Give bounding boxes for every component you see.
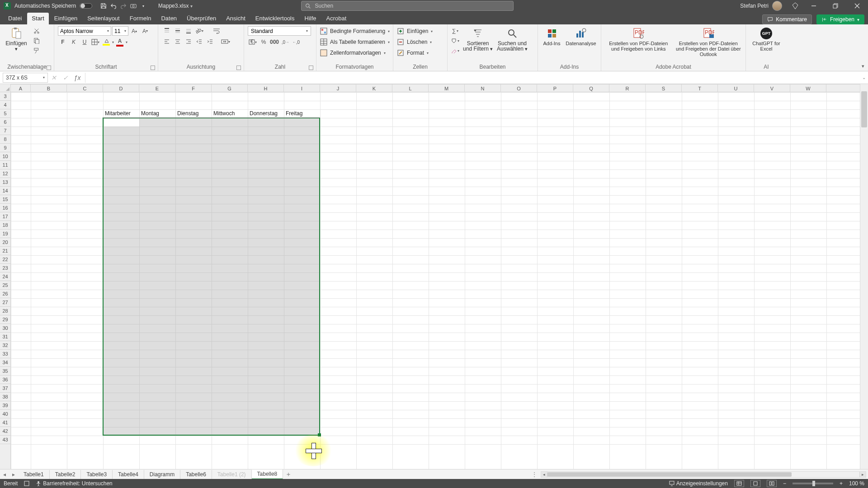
window-restore-button[interactable] xyxy=(825,0,846,12)
tab-nav-next[interactable]: ▸ xyxy=(9,470,18,479)
document-name[interactable]: Mappe3.xlsx ▾ xyxy=(158,3,193,9)
column-header[interactable]: S xyxy=(646,84,682,92)
align-bottom-button[interactable] xyxy=(184,26,193,35)
row-header[interactable]: 13 xyxy=(0,178,10,187)
format-painter-button[interactable] xyxy=(32,46,42,55)
column-header[interactable]: A xyxy=(11,84,31,92)
window-close-button[interactable] xyxy=(846,0,868,12)
formula-input[interactable] xyxy=(85,73,860,83)
menu-tab-formeln[interactable]: Formeln xyxy=(125,13,156,24)
copy-button[interactable] xyxy=(32,36,42,45)
menu-tab-entwicklertools[interactable]: Entwicklertools xyxy=(251,13,299,24)
align-left-button[interactable] xyxy=(162,37,172,46)
sheet-tab[interactable]: Diagramm xyxy=(144,470,180,479)
row-header[interactable]: 20 xyxy=(0,238,10,247)
decrease-font-button[interactable]: A▾ xyxy=(140,27,150,36)
row-header[interactable]: 22 xyxy=(0,255,10,264)
sheet-tab[interactable]: Tabelle2 xyxy=(50,470,81,479)
menu-tab-daten[interactable]: Daten xyxy=(156,13,181,24)
cut-button[interactable] xyxy=(32,26,42,35)
column-header[interactable]: B xyxy=(31,84,67,92)
align-top-button[interactable] xyxy=(162,26,172,35)
decrease-decimal-button[interactable]: ←,0 xyxy=(291,38,301,47)
row-header[interactable]: 24 xyxy=(0,272,10,281)
font-size-combo[interactable]: 11▾ xyxy=(112,26,128,36)
row-header[interactable]: 12 xyxy=(0,169,10,178)
row-header[interactable]: 35 xyxy=(0,367,10,375)
select-all-button[interactable] xyxy=(0,84,11,92)
row-header[interactable]: 8 xyxy=(0,135,10,144)
row-header[interactable]: 27 xyxy=(0,298,10,307)
column-header[interactable]: U xyxy=(718,84,754,92)
wrap-text-button[interactable] xyxy=(212,26,222,35)
column-header[interactable]: I xyxy=(284,84,320,92)
pdf-share-outlook-button[interactable]: PDF Erstellen von PDF-Dateien und Freige… xyxy=(675,26,742,57)
view-page-layout-button[interactable] xyxy=(750,480,760,487)
row-headers[interactable]: 3456789101112131415161718192021222324252… xyxy=(0,92,11,471)
font-name-combo[interactable]: Aptos Narrow▾ xyxy=(58,26,111,36)
hscroll-thumb[interactable] xyxy=(547,472,792,477)
row-header[interactable]: 21 xyxy=(0,247,10,255)
addins-button[interactable]: Add-Ins xyxy=(542,26,562,46)
vertical-scrollbar[interactable] xyxy=(860,84,868,471)
row-header[interactable]: 10 xyxy=(0,152,10,161)
column-header[interactable]: D xyxy=(103,84,139,92)
autosum-button[interactable]: ∑ ▾ xyxy=(451,26,459,35)
row-header[interactable]: 9 xyxy=(0,144,10,152)
diamond-icon[interactable] xyxy=(788,1,803,11)
column-header[interactable]: F xyxy=(175,84,212,92)
row-header[interactable]: 7 xyxy=(0,127,10,135)
status-accessibility[interactable]: Barrierefreiheit: Untersuchen xyxy=(36,480,112,487)
format-as-table-button[interactable]: Als Tabelle formatieren ▾ xyxy=(320,37,390,47)
cell[interactable]: Freitag xyxy=(284,109,319,118)
row-header[interactable]: 5 xyxy=(0,109,10,118)
menu-tab-datei[interactable]: Datei xyxy=(4,13,26,24)
percent-button[interactable]: % xyxy=(259,38,269,47)
row-header[interactable]: 41 xyxy=(0,418,10,427)
view-normal-button[interactable] xyxy=(734,480,744,487)
increase-font-button[interactable]: A▴ xyxy=(129,27,139,36)
align-right-button[interactable] xyxy=(184,37,193,46)
row-header[interactable]: 6 xyxy=(0,118,10,127)
hscroll-left-button[interactable]: ◂ xyxy=(541,472,547,477)
fill-button[interactable]: ▾ xyxy=(451,36,459,45)
row-header[interactable]: 15 xyxy=(0,195,10,204)
chatgpt-button[interactable]: GPT ChatGPT for Excel xyxy=(750,26,783,52)
conditional-formatting-button[interactable]: Bedingte Formatierung ▾ xyxy=(320,26,390,36)
column-header[interactable]: J xyxy=(320,84,356,92)
fill-color-more[interactable]: ▾ xyxy=(112,40,114,44)
borders-button[interactable]: ▾ xyxy=(90,38,100,47)
enter-formula-button[interactable]: ✓ xyxy=(60,73,71,83)
menu-tab-start[interactable]: Start xyxy=(27,13,48,24)
column-header[interactable]: W xyxy=(790,84,826,92)
row-header[interactable]: 28 xyxy=(0,307,10,315)
underline-button[interactable]: U xyxy=(80,38,90,47)
row-header[interactable]: 3 xyxy=(0,92,10,101)
merge-center-button[interactable]: ▾ xyxy=(221,37,231,46)
row-header[interactable]: 26 xyxy=(0,290,10,298)
camera-button[interactable] xyxy=(128,1,138,11)
column-header[interactable]: G xyxy=(212,84,248,92)
delete-cells-button[interactable]: Löschen ▾ xyxy=(397,37,432,47)
sheet-tab[interactable]: Tabelle4 xyxy=(113,470,144,479)
number-format-combo[interactable]: Standard▾ xyxy=(248,26,311,36)
row-header[interactable]: 4 xyxy=(0,101,10,109)
paste-button[interactable]: Einfügen▾ xyxy=(4,26,29,52)
column-header[interactable]: V xyxy=(754,84,790,92)
sheet-tab[interactable]: Tabelle1 (2) xyxy=(212,470,252,479)
row-header[interactable]: 18 xyxy=(0,221,10,230)
row-header[interactable]: 42 xyxy=(0,427,10,436)
row-header[interactable]: 34 xyxy=(0,358,10,367)
column-header[interactable]: Q xyxy=(573,84,609,92)
account-button[interactable]: Stefan Petri xyxy=(740,1,788,11)
menu-tab-überprüfen[interactable]: Überprüfen xyxy=(182,13,221,24)
cell-grid[interactable]: MitarbeiterMontagDienstagMittwochDonners… xyxy=(11,92,860,471)
accounting-format-button[interactable]: €▾ xyxy=(248,38,258,47)
cell[interactable]: Mittwoch xyxy=(212,109,247,118)
autosave-toggle[interactable] xyxy=(80,3,92,9)
cell[interactable]: Donnerstag xyxy=(248,109,283,118)
row-header[interactable]: 29 xyxy=(0,315,10,324)
column-header[interactable]: P xyxy=(537,84,573,92)
tab-nav-prev[interactable]: ◂ xyxy=(0,470,9,479)
fx-button[interactable]: ƒx xyxy=(71,73,83,83)
